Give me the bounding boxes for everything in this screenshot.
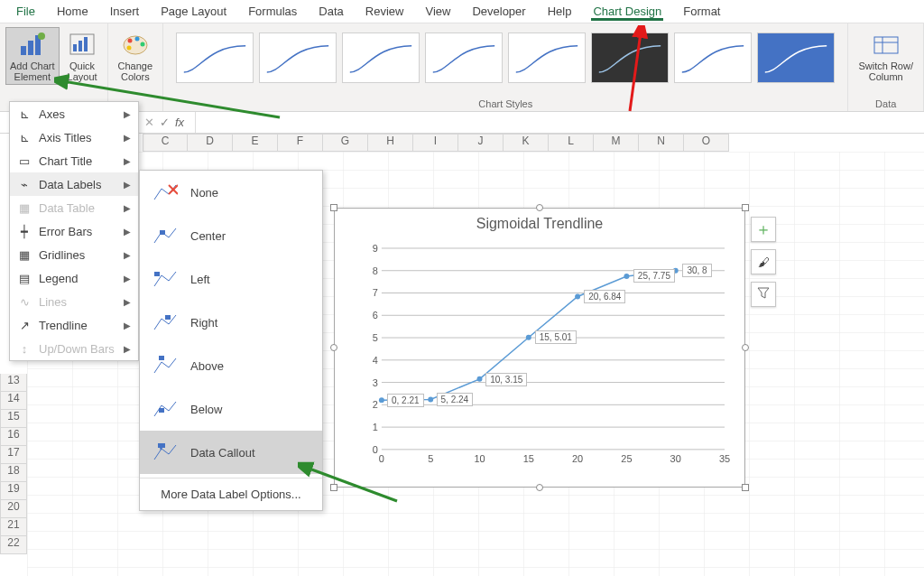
tab-file[interactable]: File (14, 2, 37, 21)
data-callout[interactable]: 20, 6.84 (584, 290, 625, 303)
col-header[interactable]: G (323, 134, 368, 152)
chart-style-1[interactable] (176, 33, 254, 83)
tab-format[interactable]: Format (681, 2, 722, 21)
row-header[interactable]: 17 (0, 446, 27, 464)
chart-title-text[interactable]: Sigmoidal Trendline (335, 209, 744, 236)
col-header[interactable]: C (143, 134, 188, 152)
menu-gridlines[interactable]: ▦Gridlines▶ (10, 243, 138, 266)
col-header[interactable]: O (684, 134, 729, 152)
tab-review[interactable]: Review (364, 2, 406, 21)
col-header[interactable]: M (594, 134, 639, 152)
data-callout[interactable]: 30, 8 (682, 264, 711, 277)
menu-chart-title[interactable]: ▭Chart Title▶ (10, 149, 138, 172)
menu-data-labels[interactable]: ⌁Data Labels▶ (10, 172, 138, 196)
chart-style-4[interactable] (425, 33, 503, 83)
col-header[interactable]: F (278, 134, 323, 152)
chart-style-2[interactable] (259, 33, 337, 83)
confirm-icon[interactable]: ✓ (160, 116, 170, 129)
submenu-right[interactable]: Right (140, 301, 322, 344)
tab-view[interactable]: View (423, 2, 452, 21)
tab-chart-design[interactable]: Chart Design (591, 2, 663, 21)
chart-style-8[interactable] (757, 33, 835, 83)
tab-developer[interactable]: Developer (470, 2, 527, 21)
data-callout[interactable]: 10, 3.15 (485, 373, 527, 386)
submenu-left[interactable]: Left (140, 257, 322, 301)
resize-handle[interactable] (742, 484, 749, 491)
col-header[interactable]: J (458, 134, 504, 152)
svg-point-9 (127, 39, 132, 43)
chart-style-7[interactable] (674, 33, 752, 83)
col-header[interactable]: H (368, 134, 413, 152)
submenu-data-callout[interactable]: Data Callout (140, 431, 322, 474)
chart-style-5[interactable] (508, 33, 586, 83)
col-header[interactable]: I (413, 134, 458, 152)
data-callout[interactable]: 5, 2.24 (437, 393, 474, 406)
chart-elements-button[interactable]: ＋ (751, 217, 776, 242)
menu-error-bars[interactable]: ┿Error Bars▶ (10, 219, 138, 243)
menu-axes[interactable]: ⊾Axes▶ (10, 102, 138, 125)
row-header[interactable]: 13 (0, 374, 27, 392)
palette-icon (121, 30, 150, 59)
row-header[interactable]: 14 (0, 392, 27, 410)
funnel-icon (757, 287, 770, 302)
chart-style-6[interactable] (591, 33, 669, 83)
row-header[interactable]: 15 (0, 410, 27, 428)
menu-bar: File Home Insert Page Layout Formulas Da… (0, 0, 924, 23)
resize-handle[interactable] (330, 344, 337, 351)
embedded-chart[interactable]: Sigmoidal Trendline 01234567890510152025… (334, 208, 745, 488)
row-header[interactable]: 19 (0, 482, 27, 500)
data-labels-icon: ⌁ (17, 177, 32, 191)
switch-row-column-button[interactable]: Switch Row/ Column (854, 27, 918, 85)
svg-point-11 (140, 42, 144, 47)
data-callout[interactable]: 0, 2.21 (387, 394, 424, 407)
tab-data[interactable]: Data (317, 2, 345, 21)
tab-home[interactable]: Home (55, 2, 90, 21)
resize-handle[interactable] (742, 204, 749, 211)
col-header[interactable]: E (233, 134, 278, 152)
col-header[interactable]: L (549, 134, 594, 152)
row-header[interactable]: 18 (0, 464, 27, 482)
svg-point-56 (575, 293, 580, 299)
tab-insert[interactable]: Insert (108, 2, 142, 21)
data-callout[interactable]: 25, 7.75 (633, 269, 675, 283)
submenu-none[interactable]: None (140, 171, 322, 214)
chart-side-tools: ＋ 🖌 (751, 217, 776, 307)
submenu-center[interactable]: Center (140, 214, 322, 257)
chart-plot-area[interactable]: 012345678905101520253035 (365, 245, 732, 466)
none-icon (152, 181, 178, 203)
row-header[interactable]: 20 (0, 500, 27, 518)
menu-axis-titles[interactable]: ⊾Axis Titles▶ (10, 125, 138, 149)
data-table-icon: ▦ (17, 200, 32, 215)
menu-trendline[interactable]: ↗Trendline▶ (10, 313, 138, 337)
row-header[interactable]: 22 (0, 536, 27, 554)
cancel-icon[interactable]: ✕ (144, 116, 154, 129)
menu-legend[interactable]: ▤Legend▶ (10, 266, 138, 290)
resize-handle[interactable] (742, 344, 749, 351)
chart-styles-gallery[interactable] (169, 27, 842, 83)
tab-page-layout[interactable]: Page Layout (159, 2, 228, 21)
quick-layout-button[interactable]: Quick Layout (63, 27, 102, 85)
submenu-above[interactable]: Above (140, 344, 322, 387)
resize-handle[interactable] (536, 484, 543, 491)
add-chart-element-button[interactable]: Add Chart Element (5, 27, 60, 85)
chart-styles-button[interactable]: 🖌 (751, 249, 776, 274)
submenu-below[interactable]: Below (140, 387, 322, 431)
col-header[interactable]: D (188, 134, 233, 152)
change-colors-button[interactable]: Change Colors (114, 27, 158, 85)
chart-filters-button[interactable] (751, 282, 776, 307)
add-chart-element-label: Add Chart Element (10, 60, 55, 82)
row-header[interactable]: 16 (0, 428, 27, 446)
col-header[interactable]: K (504, 134, 549, 152)
chart-styles-label: Chart Styles (478, 98, 532, 109)
data-callout[interactable]: 15, 5.01 (535, 330, 577, 344)
row-header[interactable]: 21 (0, 518, 27, 536)
resize-handle[interactable] (330, 204, 337, 211)
col-header[interactable]: N (639, 134, 684, 152)
svg-text:10: 10 (474, 453, 485, 464)
resize-handle[interactable] (536, 204, 543, 211)
tab-formulas[interactable]: Formulas (246, 2, 299, 21)
chart-style-3[interactable] (342, 33, 420, 83)
submenu-more-options[interactable]: More Data Label Options... (140, 482, 322, 506)
tab-help[interactable]: Help (546, 2, 574, 21)
resize-handle[interactable] (330, 484, 337, 491)
